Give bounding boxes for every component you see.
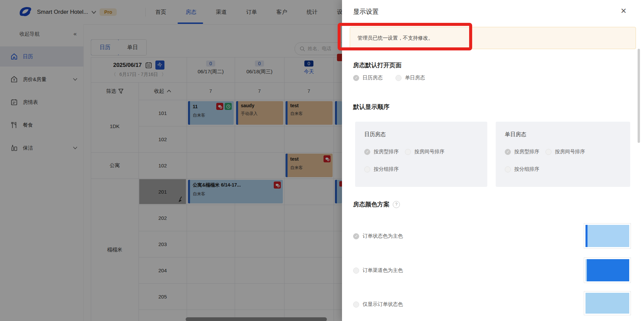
radio-status-color-primary[interactable]: 订单状态色为主色 <box>353 233 403 239</box>
card-title: 单日房态 <box>505 131 526 138</box>
radio-label: 订单状态色为主色 <box>363 233 403 239</box>
radio-label: 单日房态 <box>405 75 425 81</box>
help-icon[interactable]: ? <box>393 201 400 208</box>
order-card-single-day: 单日房态 按房型排序 按房间号排序 按分组排序 <box>496 122 630 187</box>
drawer-scrollbar[interactable] <box>638 49 640 143</box>
radio-status-color-only[interactable]: 仅显示订单状态色 <box>353 301 403 308</box>
radio-calendar-status[interactable]: 日历房态 <box>353 75 383 81</box>
section-title-default-order: 默认显示顺序 <box>353 103 389 111</box>
section-title-color-scheme: 房态颜色方案? <box>353 200 400 208</box>
radio-unchecked-icon <box>405 149 411 155</box>
radio-label: 按房型排序 <box>374 149 399 155</box>
swatch-channel-primary <box>584 257 631 283</box>
app-window: Smart Order Hotel... Pro 首页 房态 渠道 订单 客户 … <box>0 0 644 321</box>
section-title-text: 房态颜色方案 <box>353 201 389 208</box>
radio-label: 按分组排序 <box>514 166 539 172</box>
radio-unchecked-icon <box>364 166 370 172</box>
banner-text: 管理员已统一设置，不支持修改。 <box>357 35 433 41</box>
radio-unchecked-icon <box>545 149 552 155</box>
radio-label: 按房间号排序 <box>555 149 585 155</box>
radio-label: 按房间号排序 <box>414 149 445 155</box>
swatch-status-primary <box>584 223 631 249</box>
swatch-status-only <box>584 291 631 315</box>
radio-unchecked-icon <box>395 75 402 81</box>
radio-label: 按分组排序 <box>374 166 399 172</box>
radio-by-room-number[interactable]: 按房间号排序 <box>405 149 445 155</box>
radio-single-day-status[interactable]: 单日房态 <box>395 75 425 81</box>
card-title: 日历房态 <box>364 131 386 138</box>
drawer-title: 显示设置 <box>353 7 379 16</box>
order-card-calendar: 日历房态 按房型排序 按房间号排序 按分组排序 <box>355 122 487 187</box>
radio-channel-color-primary[interactable]: 订单渠道色为主色 <box>353 267 403 274</box>
radio-by-group[interactable]: 按分组排序 <box>505 166 539 172</box>
radio-label: 按房型排序 <box>514 149 539 155</box>
radio-label: 订单渠道色为主色 <box>363 267 403 274</box>
radio-by-room-type[interactable]: 按房型排序 <box>364 149 399 155</box>
radio-unchecked-icon <box>505 166 511 172</box>
radio-unchecked-icon <box>353 268 359 274</box>
radio-checked-icon <box>364 149 370 155</box>
admin-locked-banner: 管理员已统一设置，不支持修改。 <box>350 27 636 49</box>
section-title-default-page: 房态默认打开页面 <box>353 61 402 69</box>
radio-label: 日历房态 <box>363 75 383 81</box>
radio-checked-icon <box>353 233 359 239</box>
radio-checked-icon <box>353 75 359 81</box>
radio-label: 仅显示订单状态色 <box>363 301 403 308</box>
radio-by-room-number[interactable]: 按房间号排序 <box>545 149 585 155</box>
radio-by-group[interactable]: 按分组排序 <box>364 166 399 172</box>
radio-unchecked-icon <box>353 302 359 308</box>
close-icon[interactable]: ✕ <box>620 7 627 15</box>
display-settings-drawer: 显示设置 ✕ 管理员已统一设置，不支持修改。 房态默认打开页面 日历房态 单日房… <box>342 0 644 321</box>
radio-by-room-type[interactable]: 按房型排序 <box>505 149 539 155</box>
radio-checked-icon <box>505 149 511 155</box>
